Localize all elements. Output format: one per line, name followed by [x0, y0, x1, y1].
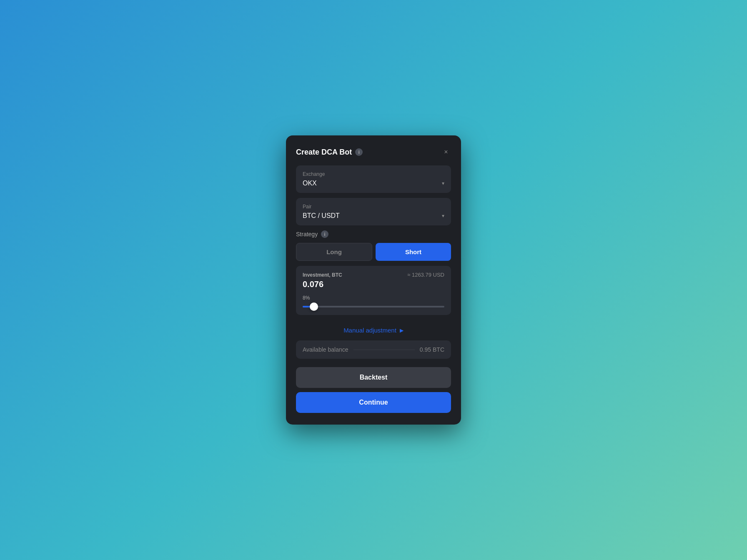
continue-button[interactable]: Continue [296, 392, 451, 413]
pair-dropdown-arrow: ▾ [442, 213, 444, 219]
strategy-label-row: Strategy i [296, 230, 451, 238]
exchange-label: Exchange [303, 171, 444, 177]
exchange-field[interactable]: Exchange OKX ▾ [296, 165, 451, 193]
info-icon[interactable]: i [355, 148, 363, 156]
balance-value: 0.95 BTC [420, 346, 444, 353]
pair-field[interactable]: Pair BTC / USDT ▾ [296, 198, 451, 225]
exchange-dropdown-arrow: ▾ [442, 180, 444, 186]
manual-adjustment[interactable]: Manual adjustment ▶ [296, 320, 451, 340]
slider-track [303, 306, 444, 308]
investment-value: 0.076 [303, 280, 444, 289]
strategy-section: Strategy i Long Short [296, 230, 451, 261]
chevron-right-icon: ▶ [400, 328, 404, 333]
balance-block: Available balance 0.95 BTC [296, 340, 451, 359]
strategy-label: Strategy [296, 231, 318, 238]
close-button[interactable]: × [441, 147, 451, 157]
create-dca-bot-modal: Create DCA Bot i × Exchange OKX ▾ Pair B… [286, 135, 461, 425]
long-button[interactable]: Long [296, 243, 372, 261]
pair-value-row: BTC / USDT ▾ [303, 212, 444, 220]
investment-label: Investment, BTC [303, 272, 342, 278]
modal-title-group: Create DCA Bot i [296, 148, 363, 157]
balance-label: Available balance [303, 346, 348, 353]
exchange-value-row: OKX ▾ [303, 180, 444, 187]
strategy-buttons: Long Short [296, 243, 451, 261]
balance-divider [353, 350, 415, 350]
pair-label: Pair [303, 204, 444, 210]
modal-header: Create DCA Bot i × [296, 147, 451, 157]
modal-title: Create DCA Bot [296, 148, 352, 157]
investment-block: Investment, BTC ≈ 1263.79 USD 0.076 8% [296, 266, 451, 315]
pair-value: BTC / USDT [303, 212, 340, 220]
exchange-value: OKX [303, 180, 317, 187]
investment-header: Investment, BTC ≈ 1263.79 USD [303, 272, 444, 278]
percent-label: 8% [303, 295, 444, 301]
slider-thumb[interactable] [310, 302, 318, 311]
slider-container[interactable] [303, 304, 444, 309]
backtest-button[interactable]: Backtest [296, 367, 451, 388]
short-button[interactable]: Short [376, 243, 451, 261]
investment-usd: ≈ 1263.79 USD [407, 272, 444, 278]
manual-adjustment-text: Manual adjustment [343, 327, 396, 334]
strategy-info-icon[interactable]: i [321, 230, 328, 238]
